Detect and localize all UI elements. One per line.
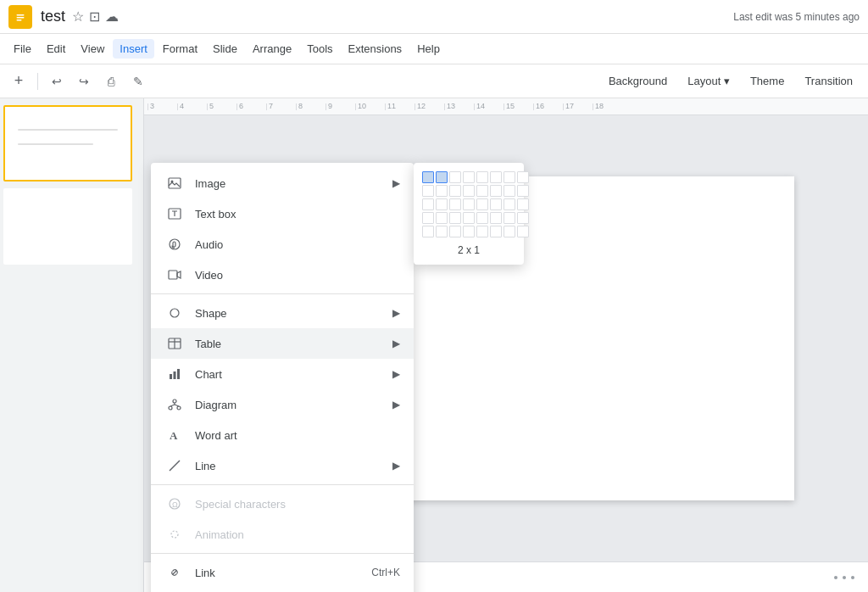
table-grid-cell[interactable] xyxy=(490,226,502,237)
table-grid-cell[interactable] xyxy=(449,185,461,197)
animation-icon xyxy=(164,524,185,545)
table-grid-cell[interactable] xyxy=(449,212,461,224)
insert-chart[interactable]: Chart ▶ xyxy=(151,359,414,389)
insert-comment[interactable]: Comment Ctrl+Alt+M xyxy=(151,588,414,592)
link-icon xyxy=(164,562,185,583)
insert-diagram-arrow: ▶ xyxy=(392,399,400,410)
table-grid-cell[interactable] xyxy=(422,185,434,197)
slide-thumb-2[interactable]: 2 xyxy=(3,188,132,265)
menu-format[interactable]: Format xyxy=(156,39,204,59)
table-grid-cell[interactable] xyxy=(517,226,529,237)
table-grid-cell[interactable] xyxy=(422,226,434,237)
table-grid-cell[interactable] xyxy=(504,185,515,197)
table-grid-cell[interactable] xyxy=(504,226,515,237)
chart-icon xyxy=(164,364,185,384)
menu-slide[interactable]: Slide xyxy=(206,39,244,59)
table-grid-cell[interactable] xyxy=(517,212,529,224)
table-grid-cell[interactable] xyxy=(449,198,461,210)
table-grid-cell[interactable] xyxy=(504,198,515,210)
slide-thumb-1[interactable]: 1 xyxy=(3,105,132,182)
print-btn[interactable]: ⎙ xyxy=(99,70,123,93)
table-grid-cell[interactable] xyxy=(476,198,488,210)
layout-btn[interactable]: Layout ▾ xyxy=(679,71,738,91)
table-grid-cell[interactable] xyxy=(490,198,502,210)
table-grid-cell[interactable] xyxy=(476,171,488,183)
table-grid-cell[interactable] xyxy=(422,171,434,183)
wordart-icon: A xyxy=(164,425,185,445)
cloud-icon[interactable]: ☁ xyxy=(105,8,119,25)
toolbar-right: Background Layout ▾ Theme Transition xyxy=(600,71,861,91)
svg-rect-13 xyxy=(170,374,172,379)
shape-icon xyxy=(164,303,185,323)
table-grid-cell[interactable] xyxy=(476,212,488,224)
insert-image[interactable]: Image ▶ xyxy=(151,168,414,198)
insert-table[interactable]: Table ▶ xyxy=(151,328,414,359)
table-grid-cell[interactable] xyxy=(504,171,515,183)
table-grid-cell[interactable] xyxy=(463,185,475,197)
ruler: 3 4 5 6 7 8 9 10 11 12 13 14 15 16 17 18 xyxy=(144,98,868,115)
insert-audio[interactable]: Audio xyxy=(151,229,414,260)
new-slide-btn[interactable]: + xyxy=(7,70,31,93)
menu-view[interactable]: View xyxy=(74,39,111,59)
background-btn[interactable]: Background xyxy=(600,71,676,91)
svg-rect-1 xyxy=(17,14,25,16)
menu-help[interactable]: Help xyxy=(410,39,447,59)
star-icon[interactable]: ☆ xyxy=(72,8,84,25)
notes-dot xyxy=(851,576,854,579)
table-grid-cell[interactable] xyxy=(436,226,448,237)
table-grid-cell[interactable] xyxy=(436,171,448,183)
table-grid-cell[interactable] xyxy=(463,198,475,210)
notes-dot xyxy=(834,576,837,579)
table-grid-cell[interactable] xyxy=(422,198,434,210)
table-grid-cell[interactable] xyxy=(449,226,461,237)
svg-rect-14 xyxy=(174,371,176,379)
undo-btn[interactable]: ↩ xyxy=(45,70,69,93)
table-grid-cell[interactable] xyxy=(463,171,475,183)
folder-icon[interactable]: ⊡ xyxy=(89,8,100,25)
table-grid-cell[interactable] xyxy=(422,212,434,224)
image-icon xyxy=(164,173,185,193)
table-grid-cell[interactable] xyxy=(476,185,488,197)
table-grid-cell[interactable] xyxy=(517,171,529,183)
insert-textbox[interactable]: Text box xyxy=(151,198,414,229)
menu-insert[interactable]: Insert xyxy=(113,39,154,59)
paint-btn[interactable]: ✎ xyxy=(126,70,150,93)
insert-video[interactable]: Video xyxy=(151,260,414,290)
table-grid-cell[interactable] xyxy=(449,171,461,183)
theme-btn[interactable]: Theme xyxy=(742,71,793,91)
table-grid-cell[interactable] xyxy=(436,212,448,224)
ruler-mark: 16 xyxy=(533,103,563,110)
insert-menu: Image ▶ Text box Audio Video xyxy=(151,163,414,592)
insert-line[interactable]: Line ▶ xyxy=(151,450,414,481)
table-grid-cell[interactable] xyxy=(463,212,475,224)
table-grid-cell[interactable] xyxy=(517,198,529,210)
table-grid-cell[interactable] xyxy=(436,198,448,210)
insert-link[interactable]: Link Ctrl+K xyxy=(151,557,414,588)
table-grid-cell[interactable] xyxy=(517,185,529,197)
menu-file[interactable]: File xyxy=(7,39,38,59)
table-grid-cell[interactable] xyxy=(436,185,448,197)
menu-extensions[interactable]: Extensions xyxy=(342,39,409,59)
insert-shape[interactable]: Shape ▶ xyxy=(151,298,414,328)
insert-wordart[interactable]: A Word art xyxy=(151,420,414,450)
insert-link-label: Link xyxy=(195,567,371,579)
table-grid-cell[interactable] xyxy=(490,212,502,224)
insert-section-2: Shape ▶ Table ▶ Chart ▶ xyxy=(151,293,414,481)
table-grid-cell[interactable] xyxy=(490,171,502,183)
insert-diagram[interactable]: Diagram ▶ xyxy=(151,389,414,420)
transition-btn[interactable]: Transition xyxy=(796,71,861,91)
table-grid-cell[interactable] xyxy=(490,185,502,197)
ruler-mark: 18 xyxy=(593,103,622,110)
menu-edit[interactable]: Edit xyxy=(40,39,72,59)
svg-rect-2 xyxy=(17,17,25,19)
ruler-mark: 10 xyxy=(355,103,385,110)
menu-arrange[interactable]: Arrange xyxy=(246,39,298,59)
table-grid-cell[interactable] xyxy=(463,226,475,237)
menu-tools[interactable]: Tools xyxy=(300,39,339,59)
table-grid-cell[interactable] xyxy=(504,212,515,224)
redo-btn[interactable]: ↪ xyxy=(72,70,96,93)
table-grid[interactable] xyxy=(422,171,515,237)
insert-shape-label: Shape xyxy=(195,307,392,320)
table-submenu: 2 x 1 xyxy=(414,163,524,265)
table-grid-cell[interactable] xyxy=(476,226,488,237)
